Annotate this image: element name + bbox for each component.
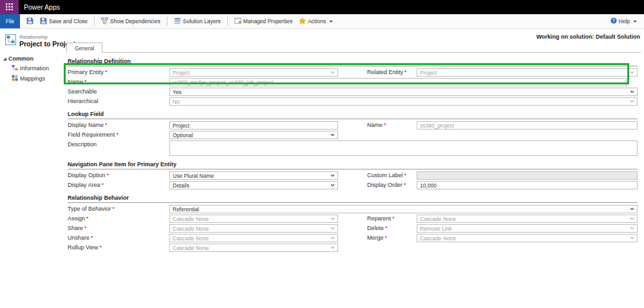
mappings-icon <box>12 75 18 82</box>
tab-general[interactable]: General <box>66 43 102 53</box>
form-row: Share* Cascade None Delete* Remove Link <box>68 224 638 233</box>
chevron-down-icon <box>330 71 335 74</box>
sidebar: Relationship Project to Project Common I… <box>0 34 64 82</box>
relationship-name-input: vs360_msdyn_project_vs360_job_project <box>169 78 627 86</box>
form-row: Description <box>68 140 638 156</box>
form-row: Display Area* Details Display Order* 10,… <box>68 181 638 189</box>
field-label: Display Order* <box>367 181 417 188</box>
chevron-down-icon <box>630 217 634 220</box>
save-and-close-button[interactable]: Save and Close <box>38 16 90 27</box>
merge-select: Cascade None <box>417 234 638 242</box>
sidebar-item-mappings[interactable]: Mappings <box>12 75 64 82</box>
display-order-input[interactable]: 10,000 <box>417 181 638 189</box>
chevron-down-icon <box>630 227 634 230</box>
form-row: Type of Behavior* Referential <box>68 205 638 213</box>
chevron-down-icon <box>330 246 335 249</box>
help-label: Help <box>619 18 630 24</box>
chevron-down-icon <box>330 236 335 240</box>
display-area-select[interactable]: Details <box>169 181 338 189</box>
field-label: Searchable <box>68 88 169 95</box>
chevron-down-icon <box>630 207 634 211</box>
chevron-down-icon <box>630 90 634 93</box>
managed-properties-label: Managed Properties <box>243 18 293 24</box>
save-and-close-icon <box>40 17 47 26</box>
field-requirement-select[interactable]: Optional <box>169 131 338 139</box>
field-label: Rollup View* <box>68 244 169 251</box>
field-label: Field Requirement* <box>68 131 169 138</box>
share-select: Cascade None <box>169 224 338 233</box>
chevron-down-icon <box>330 174 335 177</box>
help-icon: ? <box>611 17 617 25</box>
chevron-down-icon <box>330 227 335 230</box>
relationship-entity-icon <box>5 34 16 48</box>
solution-layers-label: Solution Layers <box>183 18 221 24</box>
field-label: Display Name* <box>68 121 169 128</box>
sidebar-item-information[interactable]: Information <box>12 64 64 72</box>
save-icon <box>26 17 33 26</box>
managed-properties-button[interactable]: Managed Properties <box>232 16 295 27</box>
svg-text:?: ? <box>612 18 615 23</box>
form-row: Searchable Yes <box>68 88 638 96</box>
form-row: Unshare* Cascade None Merge* Cascade Non… <box>68 234 638 242</box>
waffle-icon <box>6 1 13 13</box>
actions-icon <box>299 17 306 26</box>
tab-bar: General <box>66 43 641 53</box>
field-label: Description <box>68 140 169 148</box>
solution-layers-button[interactable]: Solution Layers <box>172 16 223 27</box>
field-label: Reparent* <box>367 215 417 222</box>
type-of-behavior-select[interactable]: Referential <box>169 205 638 213</box>
rollup-view-select: Cascade None <box>169 244 338 252</box>
field-label: Hierarchical <box>68 97 169 104</box>
display-option-select[interactable]: Use Plural Name <box>169 171 338 180</box>
field-label: Custom Label* <box>367 171 417 178</box>
navigation-tree: Common Information Mappings <box>0 55 64 82</box>
description-textarea[interactable] <box>169 140 638 156</box>
app-title: Power Apps <box>24 0 60 14</box>
field-label: Assign* <box>68 215 169 222</box>
show-dependencies-label: Show Dependencies <box>110 18 160 24</box>
show-dependencies-button[interactable]: Show Dependencies <box>99 16 162 27</box>
help-menu-button[interactable]: ? Help <box>609 16 639 26</box>
sidebar-item-label: Mappings <box>20 75 45 82</box>
field-label: Display Option* <box>68 171 169 178</box>
form-content: General Relationship Definition Primary … <box>64 36 644 253</box>
app-launcher-button[interactable] <box>0 0 19 14</box>
section-title-relationship-behavior: Relationship Behavior <box>68 195 638 203</box>
field-label: Unshare* <box>68 234 169 241</box>
chevron-down-icon <box>630 71 634 74</box>
section-title-navigation-pane: Navigation Pane Item for Primary Entity <box>68 161 638 169</box>
delete-select: Remove Link <box>417 224 638 233</box>
form-row: Name* vs360_msdyn_project_vs360_job_proj… <box>68 78 638 86</box>
tree-group-label: Common <box>8 55 33 62</box>
form-row: Assign* Cascade None Reparent* Cascade N… <box>68 215 638 223</box>
field-label: Merge* <box>367 234 417 241</box>
form-row: Field Requirement* Optional <box>68 131 638 139</box>
command-ribbon: File Save and Close Show Dependencies <box>0 14 644 29</box>
chevron-down-icon <box>330 133 335 137</box>
field-label: Type of Behavior* <box>68 205 169 212</box>
searchable-select[interactable]: Yes <box>169 88 638 96</box>
actions-menu-button[interactable]: Actions <box>297 16 335 27</box>
save-button[interactable] <box>24 16 35 27</box>
display-name-input[interactable]: Project <box>169 121 338 130</box>
sidebar-item-label: Information <box>20 65 49 72</box>
top-app-bar: Power Apps <box>0 0 644 14</box>
field-label: Share* <box>68 224 169 231</box>
form-row: Primary Entity* Project Related Entity* … <box>68 68 638 77</box>
field-label: Delete* <box>367 224 417 231</box>
chevron-down-icon <box>633 21 637 23</box>
solution-layers-icon <box>174 17 181 26</box>
tree-group-common[interactable]: Common <box>3 55 64 62</box>
file-tab[interactable]: File <box>0 14 20 28</box>
actions-label: Actions <box>308 18 326 24</box>
hierarchical-select: No <box>169 97 638 106</box>
field-label: Primary Entity* <box>68 68 169 75</box>
form-row: Display Option* Use Plural Name Custom L… <box>68 171 638 180</box>
form-row: Rollup View* Cascade None <box>68 244 638 252</box>
chevron-down-icon <box>330 184 335 187</box>
custom-label-input <box>417 171 638 180</box>
chevron-down-icon <box>630 100 634 103</box>
section-title-relationship-definition: Relationship Definition <box>68 58 638 66</box>
lookup-name-input: vs360_project <box>417 121 638 130</box>
section-title-lookup-field: Lookup Field <box>68 111 638 119</box>
